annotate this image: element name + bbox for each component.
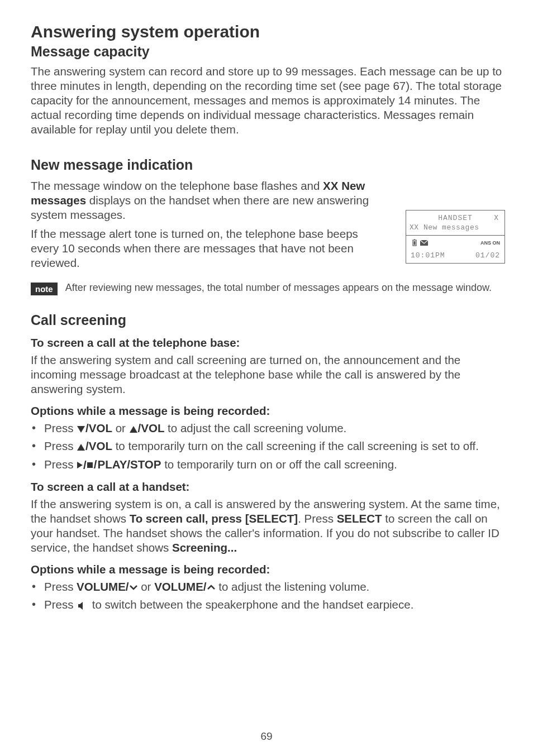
sub-options-base-title: Options while a message is being recorde…: [31, 404, 502, 418]
text-fragment: or: [112, 422, 129, 434]
list-item: Press /VOL to temporarily turn on the ca…: [31, 439, 502, 453]
options-handset-list: Press VOLUME/ or VOLUME/ to adjust the l…: [31, 580, 502, 612]
text-fragment: Press: [44, 458, 77, 471]
slash-separator: /: [94, 458, 97, 471]
speaker-icon: [78, 601, 88, 610]
text-fragment: Press: [44, 439, 77, 452]
section-call-screening-title: Call screening: [31, 312, 502, 328]
section-new-message-body1: The message window on the telephone base…: [31, 179, 374, 222]
screen-handset-label: HANDSET: [438, 214, 473, 222]
section-new-message-body2: If the message alert tone is turned on, …: [31, 227, 374, 270]
text-fragment: Press: [44, 422, 77, 434]
page-number: 69: [260, 730, 272, 743]
text-fragment: to switch between the speakerphone and t…: [89, 598, 413, 611]
triangle-up-icon: [130, 426, 137, 433]
screen-icons-left: [411, 239, 429, 247]
screen-time-row: 10:01PM 01/02: [411, 251, 500, 260]
screen-time: 10:01PM: [411, 251, 445, 260]
chevron-down-icon: [129, 584, 138, 591]
text-fragment: . Press: [298, 512, 337, 525]
list-item: Press VOLUME/ or VOLUME/ to adjust the l…: [31, 580, 502, 594]
screen-icons-row: ANS ON: [411, 239, 500, 247]
envelope-icon: [420, 240, 429, 246]
svg-rect-1: [414, 240, 415, 241]
playstop-label: PLAY/STOP: [98, 458, 161, 471]
text-fragment: to adjust the call screening volume.: [164, 422, 346, 434]
handset-screen-mockup: HANDSET X XX New messages ANS ON 10:01PM…: [406, 210, 505, 264]
volume-label: VOLUME/: [154, 580, 206, 593]
sub-screen-call-handset-title: To screen a call at a handset:: [31, 480, 502, 494]
sub-screen-call-base-body: If the answering system and call screeni…: [31, 353, 502, 396]
screen-handset-x: X: [494, 214, 499, 222]
section-message-capacity-title: Message capacity: [31, 44, 502, 60]
text-fragment: to adjust the listening volume.: [216, 580, 370, 593]
ans-on-label: ANS ON: [480, 240, 500, 246]
bold-to-screen-call: To screen call, press [SELECT]: [130, 512, 298, 525]
sub-screen-call-base-title: To screen a call at the telephone base:: [31, 336, 502, 350]
screen-handset-row: HANDSET X: [410, 214, 501, 223]
note-text: After reviewing new messages, the total …: [65, 281, 492, 294]
chapter-title: Answering system operation: [31, 22, 502, 41]
screen-newmsg-row: XX New messages: [410, 223, 501, 232]
text-fragment: or: [138, 580, 155, 593]
triangle-down-icon: [77, 426, 85, 433]
bold-select: SELECT: [337, 512, 382, 525]
note-label: note: [31, 283, 58, 295]
sub-screen-call-handset-body: If the answering system is on, a call is…: [31, 497, 502, 555]
sub-options-handset-title: Options while a message is being recorde…: [31, 563, 502, 576]
text-fragment: to temporarily turn on the call screenin…: [112, 439, 479, 452]
list-item: Press /VOL or /VOL to adjust the call sc…: [31, 421, 502, 436]
vol-label: /VOL: [85, 422, 112, 434]
screen-bottom-section: ANS ON 10:01PM 01/02: [406, 236, 505, 263]
screen-top-section: HANDSET X XX New messages: [406, 210, 505, 236]
text-fragment: The message window on the telephone base…: [31, 179, 323, 192]
options-base-list: Press /VOL or /VOL to adjust the call sc…: [31, 421, 502, 472]
vol-label: /VOL: [85, 439, 112, 452]
section-new-message-title: New message indication: [31, 157, 502, 173]
note-block: note After reviewing new messages, the t…: [31, 281, 502, 295]
list-item: Press to switch between the speakerphone…: [31, 597, 502, 612]
text-fragment: to temporarily turn on or off the call s…: [161, 458, 397, 471]
play-stop-icon: /: [77, 458, 93, 472]
bold-screening: Screening...: [172, 541, 237, 554]
text-fragment: Press: [44, 598, 77, 611]
vol-label: /VOL: [138, 422, 165, 434]
section-message-capacity-body: The answering system can record and stor…: [31, 64, 502, 137]
chevron-up-icon: [207, 584, 216, 591]
svg-rect-2: [414, 241, 416, 245]
list-item: Press //PLAY/STOP to temporarily turn on…: [31, 457, 502, 473]
text-fragment: Press: [44, 580, 77, 593]
triangle-up-icon: [77, 444, 85, 451]
volume-label: VOLUME/: [77, 580, 129, 593]
screen-date: 01/02: [475, 251, 500, 260]
battery-icon: [411, 239, 418, 247]
